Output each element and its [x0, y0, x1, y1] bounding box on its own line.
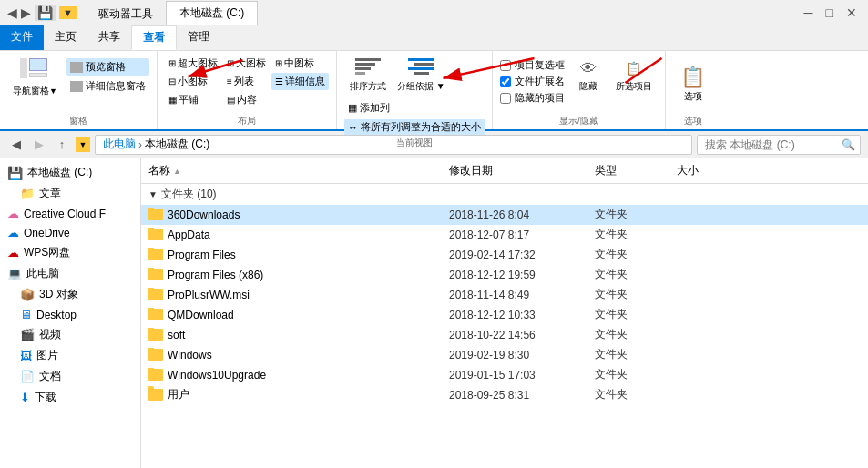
table-row[interactable]: Windows 2019-02-19 8:30 文件夹: [141, 345, 868, 365]
table-row[interactable]: Program Files 2019-02-14 17:32 文件夹: [141, 245, 868, 265]
window-minimize[interactable]: ─: [801, 5, 817, 20]
forward-arrow[interactable]: ▶: [30, 136, 48, 154]
col-header-name[interactable]: 名称▲: [141, 161, 442, 180]
sidebar-item-this-pc[interactable]: 💻 此电脑: [0, 263, 140, 284]
ribbon-group-options: 📋 选项 选项: [666, 51, 720, 129]
desktop-label: Desktop: [36, 309, 77, 321]
group-by-btn[interactable]: 分组依据 ▼: [395, 55, 447, 97]
up-arrow[interactable]: ↑: [53, 136, 71, 154]
tb-icon-forward: ▶: [21, 5, 31, 20]
pictures-icon: 🖼: [20, 349, 32, 362]
local-drive-icon: 💾: [7, 166, 23, 180]
layout-content[interactable]: ▤ 内容: [223, 91, 270, 108]
add-column-btn[interactable]: ▦添加列: [344, 100, 485, 116]
3d-label: 3D 对象: [39, 287, 78, 302]
layout-extra-large[interactable]: ⊞ 超大图标: [165, 55, 221, 72]
ribbon-group-layout: ⊞ 超大图标 ⊟ 小图标 ▦ 平铺 ⊞ 大图标 ≡ 列表: [158, 51, 337, 129]
sidebar-item-articles[interactable]: 📁 文章: [0, 183, 140, 204]
table-row[interactable]: AppData 2018-12-07 8:17 文件夹: [141, 225, 868, 245]
breadcrumb-pc[interactable]: 此电脑: [103, 137, 136, 152]
file-list: 名称▲ 修改日期 类型 大小 ▼ 文件夹 (10) 360Downloads 2: [141, 158, 868, 468]
ribbon-tab-share[interactable]: 共享: [87, 25, 131, 50]
checkbox-item-select[interactable]: 项目复选框: [500, 58, 565, 72]
hidden-checkbox[interactable]: [500, 93, 511, 104]
window-close[interactable]: ✕: [842, 5, 861, 20]
downloads-label: 下载: [35, 390, 56, 405]
group-label-pane: 窗格: [7, 113, 149, 127]
ribbon-group-pane: 导航窗格▼ 预览窗格 详细信息窗格 窗格: [0, 51, 158, 129]
sort-label: 排序方式: [350, 80, 386, 93]
table-row[interactable]: Program Files (x86) 2018-12-12 19:59 文件夹: [141, 265, 868, 285]
sidebar: 💾 本地磁盘 (C:) 📁 文章 ☁ Creative Cloud F ☁ On…: [0, 158, 141, 468]
sidebar-item-3d[interactable]: 📦 3D 对象: [0, 284, 140, 305]
nav-pane-btn[interactable]: 导航窗格▼: [7, 55, 63, 100]
layout-large[interactable]: ⊞ 大图标: [223, 55, 270, 72]
breadcrumb-drive[interactable]: 本地磁盘 (C:): [145, 137, 209, 152]
sidebar-item-onedrive[interactable]: ☁ OneDrive: [0, 223, 140, 242]
sidebar-item-wps[interactable]: ☁ WPS网盘: [0, 242, 140, 263]
ribbon-tab-file[interactable]: 文件: [0, 25, 44, 50]
title-tab-tools[interactable]: 驱动器工具: [86, 3, 166, 25]
item-checkbox[interactable]: [500, 60, 511, 71]
video-icon: 🎬: [20, 328, 35, 341]
selected-label: 所选项目: [616, 80, 652, 93]
checkbox-hidden[interactable]: 隐藏的项目: [500, 91, 565, 105]
window-maximize[interactable]: □: [822, 5, 837, 20]
layout-small[interactable]: ⊟ 小图标: [165, 73, 221, 90]
back-arrow[interactable]: ◀: [7, 136, 26, 154]
file-ext-checkbox[interactable]: [500, 76, 511, 87]
layout-medium[interactable]: ⊞ 中图标: [271, 55, 329, 72]
sidebar-item-local-drive[interactable]: 💾 本地磁盘 (C:): [0, 162, 140, 183]
selected-btn[interactable]: 📋 所选项目: [610, 55, 658, 97]
layout-tile[interactable]: ▦ 平铺: [165, 91, 221, 108]
details-pane-btn[interactable]: 详细信息窗格: [66, 77, 149, 95]
downloads-icon: ⬇: [20, 391, 30, 404]
this-pc-icon: 💻: [7, 267, 22, 280]
title-tab-local[interactable]: 本地磁盘 (C:): [166, 1, 258, 25]
this-pc-label: 此电脑: [26, 266, 59, 281]
main-layout: 💾 本地磁盘 (C:) 📁 文章 ☁ Creative Cloud F ☁ On…: [0, 158, 868, 468]
table-row[interactable]: 用户 2018-09-25 8:31 文件夹: [141, 385, 868, 405]
local-drive-label: 本地磁盘 (C:): [27, 165, 92, 180]
titlebar: ◀ ▶ 💾 ▼ 驱动器工具 本地磁盘 (C:) ─ □ ✕: [0, 0, 868, 25]
recent-btn[interactable]: ▼: [76, 137, 90, 152]
ribbon-tab-view[interactable]: 查看: [131, 25, 177, 50]
ribbon-content: 导航窗格▼ 预览窗格 详细信息窗格 窗格: [0, 51, 868, 129]
sidebar-item-downloads[interactable]: ⬇ 下载: [0, 387, 140, 408]
documents-icon: 📄: [20, 370, 35, 383]
table-row[interactable]: 360Downloads 2018-11-26 8:04 文件夹: [141, 205, 868, 225]
sidebar-item-desktop[interactable]: 🖥 Desktop: [0, 305, 140, 324]
table-row[interactable]: ProPlusrWW.msi 2018-11-14 8:49 文件夹: [141, 285, 868, 305]
table-row[interactable]: soft 2018-10-22 14:56 文件夹: [141, 325, 868, 345]
col-header-size[interactable]: 大小: [669, 161, 742, 180]
sidebar-item-creative-cloud[interactable]: ☁ Creative Cloud F: [0, 204, 140, 223]
col-header-date[interactable]: 修改日期: [442, 161, 587, 180]
tb-icon-back: ◀: [7, 5, 17, 20]
checkbox-file-ext[interactable]: 文件扩展名: [500, 75, 565, 88]
table-row[interactable]: Windows10Upgrade 2019-01-15 17:03 文件夹: [141, 365, 868, 385]
search-input[interactable]: [697, 135, 861, 155]
tb-icon-save: 💾: [35, 5, 56, 21]
creative-cloud-icon: ☁: [7, 207, 19, 220]
table-row[interactable]: QMDownload 2018-12-12 10:33 文件夹: [141, 305, 868, 325]
col-header-type[interactable]: 类型: [587, 161, 669, 180]
layout-list[interactable]: ≡ 列表: [223, 73, 270, 90]
group-label-show: 显示/隐藏: [500, 113, 658, 127]
layout-details[interactable]: ☰ 详细信息: [271, 73, 329, 90]
onedrive-icon: ☁: [7, 226, 19, 239]
articles-icon: 📁: [20, 187, 35, 200]
hide-btn[interactable]: 👁 隐藏: [570, 55, 607, 97]
options-btn[interactable]: 📋 选项: [673, 61, 713, 107]
sidebar-item-documents[interactable]: 📄 文档: [0, 366, 140, 387]
nav-pane-label: 导航窗格▼: [13, 86, 57, 97]
ribbon-tab-manage[interactable]: 管理: [177, 25, 220, 50]
preview-pane-btn[interactable]: 预览窗格: [66, 58, 149, 76]
section-header-folders: ▼ 文件夹 (10): [141, 184, 868, 205]
sort-by-btn[interactable]: 排序方式: [344, 55, 392, 97]
section-toggle[interactable]: ▼: [148, 189, 158, 199]
search-icon: 🔍: [842, 138, 855, 151]
sidebar-item-pictures[interactable]: 🖼 图片: [0, 345, 140, 366]
sidebar-item-video[interactable]: 🎬 视频: [0, 324, 140, 345]
fit-column-btn[interactable]: ↔将所有列调整为合适的大小: [344, 119, 485, 135]
ribbon-tab-home[interactable]: 主页: [44, 25, 87, 50]
